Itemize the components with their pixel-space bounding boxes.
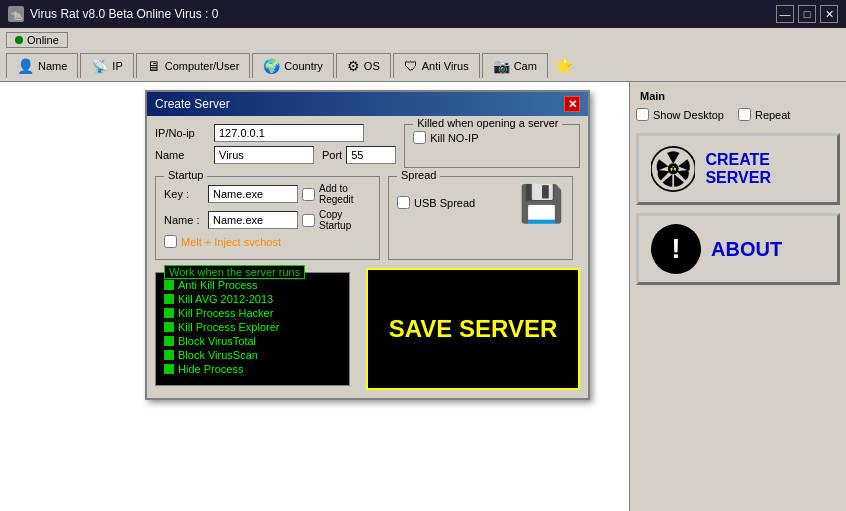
radiation-icon: ☢ [651,144,695,194]
work-label-5: Block VirusScan [178,349,258,361]
melt-inject-checkbox[interactable] [164,235,177,248]
create-server-button[interactable]: ☢ CREATE SERVER [636,133,840,205]
left-panel: Create Server ✕ IP/No-ip Name [0,82,630,511]
work-dot-2 [164,308,174,318]
dialog-title-bar: Create Server ✕ [147,92,588,116]
name2-input[interactable] [208,211,298,229]
work-item-1: Kill AVG 2012-2013 [164,293,341,305]
work-item-3: Kill Process Explorer [164,321,341,333]
ip-row: IP/No-ip [155,124,396,142]
tab-cam[interactable]: 📷 Cam [482,53,548,78]
work-label-1: Kill AVG 2012-2013 [178,293,273,305]
content-area: Create Server ✕ IP/No-ip Name [0,82,846,511]
minimize-button[interactable]: — [776,5,794,23]
show-desktop-checkbox[interactable] [636,108,649,121]
key-input[interactable] [208,185,298,203]
work-item-2: Kill Process Hacker [164,307,341,319]
right-panel-title: Main [636,88,840,104]
online-indicator [15,36,23,44]
computer-tab-icon: 🖥 [147,58,161,74]
dialog-close-button[interactable]: ✕ [564,96,580,112]
work-dot-3 [164,322,174,332]
tab-os[interactable]: ⚙ OS [336,53,391,78]
usb-spread-row: USB Spread [397,196,475,209]
kill-noip-row: Kill NO-IP [413,131,571,144]
star-icon: ⭐ [554,56,574,75]
tab-computer-user[interactable]: 🖥 Computer/User [136,53,251,78]
tab-name[interactable]: 👤 Name [6,53,78,78]
tab-os-label: OS [364,60,380,72]
maximize-button[interactable]: □ [798,5,816,23]
copy-startup-checkbox[interactable] [302,214,315,227]
name-input[interactable] [214,146,314,164]
svg-text:☢: ☢ [667,160,680,176]
close-button[interactable]: ✕ [820,5,838,23]
add-regedit-label: Add to Regedit [319,183,371,205]
usb-spread-label: USB Spread [414,197,475,209]
startup-section: Startup Key : Add to Regedit Name : [155,176,380,260]
os-tab-icon: ⚙ [347,58,360,74]
work-dot-1 [164,294,174,304]
work-label-2: Kill Process Hacker [178,307,273,319]
name-label: Name [155,149,210,161]
work-item-5: Block VirusScan [164,349,341,361]
about-button[interactable]: ! ABOUT [636,213,840,285]
killed-section-title: Killed when opening a server [413,117,562,129]
name2-label: Name : [164,214,204,226]
create-server-text: CREATE SERVER [705,151,825,187]
port-input[interactable] [346,146,396,164]
name-port-row: Name Port [155,146,396,164]
spread-content: USB Spread 💾 [397,183,564,225]
work-item-4: Block VirusTotal [164,335,341,347]
repeat-label[interactable]: Repeat [738,108,790,121]
ip-input[interactable] [214,124,364,142]
name2-row: Name : Copy Startup [164,209,371,231]
repeat-checkbox[interactable] [738,108,751,121]
port-label: Port [322,149,342,161]
kill-noip-label: Kill NO-IP [430,132,478,144]
create-server-dialog: Create Server ✕ IP/No-ip Name [145,90,590,400]
work-label-4: Block VirusTotal [178,335,256,347]
save-server-area[interactable]: SAVE SERVER [366,268,580,390]
country-tab-icon: 🌍 [263,58,280,74]
work-label-6: Hide Process [178,363,243,375]
about-icon: ! [651,224,701,274]
nav-tabs: 👤 Name 📡 IP 🖥 Computer/User 🌍 Country ⚙ … [0,50,846,82]
usb-icon: 💾 [519,183,564,225]
add-regedit-checkbox[interactable] [302,188,315,201]
right-panel: Main Show Desktop Repeat [630,82,846,511]
usb-spread-checkbox[interactable] [397,196,410,209]
save-server-button[interactable]: SAVE SERVER [389,315,558,343]
spread-section: Spread USB Spread 💾 [388,176,573,260]
work-item-0: Anti Kill Process [164,279,341,291]
tab-country[interactable]: 🌍 Country [252,53,334,78]
antivirus-tab-icon: 🛡 [404,58,418,74]
startup-title: Startup [164,169,207,181]
online-label: Online [27,34,59,46]
kill-noip-checkbox[interactable] [413,131,426,144]
title-bar: 🐀 Virus Rat v8.0 Beta Online Virus : 0 —… [0,0,846,28]
ip-tab-icon: 📡 [91,58,108,74]
work-dot-5 [164,350,174,360]
tab-ip-label: IP [112,60,122,72]
work-section: Work when the server runs Anti Kill Proc… [155,272,350,386]
tab-antivirus[interactable]: 🛡 Anti Virus [393,53,480,78]
work-label-3: Kill Process Explorer [178,321,279,333]
key-label: Key : [164,188,204,200]
app-title: Virus Rat v8.0 Beta Online Virus : 0 [30,7,218,21]
work-dot-4 [164,336,174,346]
show-desktop-text: Show Desktop [653,109,724,121]
name-tab-icon: 👤 [17,58,34,74]
spread-title: Spread [397,169,440,181]
tab-cam-label: Cam [514,60,537,72]
show-desktop-row: Show Desktop Repeat [636,108,840,121]
copy-startup-label: Copy Startup [319,209,371,231]
work-section-title: Work when the server runs [164,265,305,279]
ip-label: IP/No-ip [155,127,210,139]
work-item-6: Hide Process [164,363,341,375]
dialog-title-text: Create Server [155,97,230,111]
show-desktop-label[interactable]: Show Desktop [636,108,724,121]
about-text: ABOUT [711,238,782,261]
work-dot-6 [164,364,174,374]
tab-ip[interactable]: 📡 IP [80,53,133,78]
